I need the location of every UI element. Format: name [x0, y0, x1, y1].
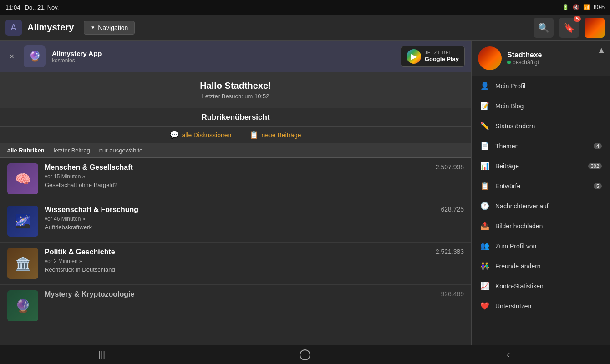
sidebar-menu-item[interactable]: 📝 Mein Blog — [472, 96, 610, 116]
app-banner: × 🔮 Allmystery App kostenlos ▶ JETZT BEI… — [0, 41, 471, 72]
sidebar-user-info: Stadthexe beschäftigt — [507, 51, 604, 66]
category-thumbnail: 🧠 — [7, 163, 38, 194]
posts-icon: 📊 — [480, 162, 490, 170]
filter-latest[interactable]: letzter Beitrag — [54, 147, 90, 154]
sidebar-username: Stadthexe — [507, 51, 604, 59]
category-item[interactable]: 🔮 Mystery & Kryptozoologie 926.469 — [0, 285, 471, 327]
support-icon: ❤️ — [480, 302, 490, 310]
profile-icon: 👤 — [480, 81, 490, 90]
sidebar-menu-item[interactable]: 📈 Konto-Statistiken — [472, 276, 610, 296]
back-icon: ‹ — [507, 349, 510, 361]
category-time: vor 46 Minuten » — [45, 216, 434, 222]
category-item[interactable]: 🏛️ Politik & Geschichte vor 2 Minuten » … — [0, 243, 471, 285]
blog-icon: 📝 — [480, 101, 490, 110]
sidebar-menu-label: Entwürfe — [495, 182, 520, 190]
menu-icon: ||| — [98, 349, 106, 360]
sidebar-avatar — [478, 46, 502, 70]
upload-icon: 📤 — [480, 222, 490, 230]
search-button[interactable]: 🔍 — [534, 18, 554, 38]
sidebar-menu-item[interactable]: 📊 Beiträge 302 — [472, 156, 610, 176]
banner-app-name: Allmystery App — [52, 50, 394, 57]
category-info: Mystery & Kryptozoologie — [45, 290, 434, 300]
google-play-button[interactable]: ▶ JETZT BEI Google Play — [401, 46, 465, 67]
welcome-last-visit: Letzter Besuch: um 10:52 — [8, 93, 463, 100]
gp-bottom-text: Google Play — [425, 56, 459, 63]
posts-badge: 302 — [588, 163, 602, 169]
mute-icon: 🔇 — [573, 4, 580, 10]
all-discussions-label: alle Diskussionen — [182, 131, 231, 139]
bookmark-icon: 🔖 — [564, 22, 575, 33]
sidebar-menu-label: Konto-Statistiken — [495, 283, 544, 290]
category-item[interactable]: 🧠 Menschen & Gesellschaft vor 15 Minuten… — [0, 158, 471, 200]
sidebar-menu-item[interactable]: ❤️ Unterstützen — [472, 296, 610, 316]
sidebar-menu-item[interactable]: 📋 Entwürfe 5 — [472, 176, 610, 196]
top-nav: A Allmystery ▼ Navigation 🔍 🔖 5 — [0, 15, 610, 41]
search-icon: 🔍 — [538, 22, 549, 33]
sidebar-menu-label: Mein Blog — [495, 102, 524, 110]
sidebar-menu-label: Nachrichtenverlauf — [495, 202, 549, 210]
history-icon: 🕐 — [480, 202, 490, 210]
category-name: Menschen & Gesellschaft — [45, 163, 429, 172]
category-thumbnail: 🌌 — [7, 206, 38, 237]
sidebar-collapse-button[interactable]: ▲ — [597, 46, 605, 55]
sidebar-menu-label: Themen — [495, 142, 518, 150]
battery-icon: 🔋 — [562, 4, 569, 10]
category-time: vor 15 Minuten » — [45, 173, 429, 180]
home-icon — [300, 349, 310, 360]
edit-icon: ✏️ — [480, 121, 490, 130]
banner-icon: 🔮 — [24, 46, 46, 67]
filter-all[interactable]: alle Rubriken — [7, 147, 45, 154]
category-name: Wissenschaft & Forschung — [45, 206, 434, 214]
filter-bar: alle Rubriken letzter Beitrag nur ausgew… — [0, 143, 471, 158]
sidebar-menu-item[interactable]: 👤 Mein Profil — [472, 76, 610, 96]
sidebar-menu-item[interactable]: 👥 Zum Profil von ... — [472, 236, 610, 256]
new-posts-label: neue Beiträge — [261, 131, 301, 139]
chevron-down-icon: ▼ — [91, 25, 95, 30]
category-time: vor 2 Minuten » — [45, 258, 429, 264]
user-avatar-button[interactable] — [585, 18, 605, 38]
category-thumbnail: 🔮 — [7, 290, 38, 321]
category-preview: Auftriebskraftwerk — [45, 224, 434, 231]
status-time: 11:04 — [5, 4, 20, 11]
sidebar-menu-label: Zum Profil von ... — [495, 243, 544, 250]
filter-selected[interactable]: nur ausgewählte — [99, 147, 142, 154]
battery-level: 80% — [594, 4, 605, 10]
topics-icon: 📄 — [480, 142, 490, 150]
category-name: Politik & Geschichte — [45, 248, 429, 256]
banner-close-button[interactable]: × — [6, 51, 17, 62]
discussions-icon: 💬 — [170, 131, 179, 139]
banner-subtitle: kostenlos — [52, 57, 394, 64]
category-preview: Rechtsruck in Deutschland — [45, 266, 429, 273]
welcome-greeting: Hallo Stadthexe! — [8, 81, 463, 91]
new-posts-tab[interactable]: 📋 neue Beiträge — [249, 131, 301, 139]
sidebar-menu-label: Unterstützen — [495, 303, 531, 310]
category-count: 2.521.383 — [436, 248, 464, 255]
sidebar-menu-item[interactable]: ✏️ Status ändern — [472, 116, 610, 136]
center-content: × 🔮 Allmystery App kostenlos ▶ JETZT BEI… — [0, 41, 471, 345]
all-discussions-tab[interactable]: 💬 alle Diskussionen — [170, 131, 231, 139]
sidebar-menu-item[interactable]: 🕐 Nachrichtenverlauf — [472, 196, 610, 216]
wifi-icon: 📶 — [583, 4, 590, 10]
sidebar-menu-label: Mein Profil — [495, 82, 525, 90]
category-count: 628.725 — [441, 206, 464, 213]
menu-nav-button[interactable]: ||| — [0, 345, 203, 364]
sidebar-menu-item[interactable]: 📄 Themen 4 — [472, 136, 610, 156]
right-sidebar: Stadthexe beschäftigt ▲ 👤 Mein Profil 📝 … — [471, 41, 610, 345]
navigation-button[interactable]: ▼ Navigation — [84, 21, 135, 35]
home-nav-button[interactable] — [203, 345, 407, 364]
sidebar-menu-item[interactable]: 👫 Freunde ändern — [472, 256, 610, 276]
category-item[interactable]: 🌌 Wissenschaft & Forschung vor 46 Minute… — [0, 200, 471, 243]
sidebar-avatar-image — [478, 46, 502, 70]
sidebar-status: beschäftigt — [507, 59, 604, 66]
new-posts-icon: 📋 — [249, 131, 259, 139]
back-nav-button[interactable]: ‹ — [407, 345, 610, 364]
banner-text: Allmystery App kostenlos — [52, 50, 394, 64]
sidebar-menu-item[interactable]: 📤 Bilder hochladen — [472, 216, 610, 236]
status-date: Do., 21. Nov. — [25, 4, 59, 11]
sidebar-menu-label: Status ändern — [495, 122, 535, 130]
bookmark-badge: 5 — [574, 16, 581, 22]
bookmark-button[interactable]: 🔖 5 — [559, 18, 579, 38]
bottom-nav: ||| ‹ — [0, 345, 610, 364]
category-count: 2.507.998 — [436, 163, 464, 171]
app-logo: A — [5, 20, 22, 36]
